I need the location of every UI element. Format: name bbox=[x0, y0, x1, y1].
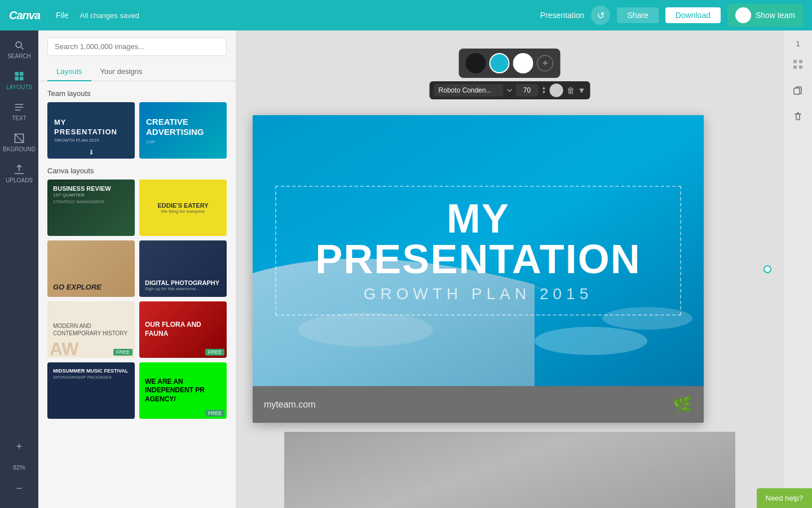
svg-rect-10 bbox=[793, 65, 797, 69]
layouts-icon bbox=[14, 71, 25, 82]
business-title: BUSINESS REVIEW bbox=[53, 185, 129, 192]
team-card-title-2: CREATIVE ADVERTISING bbox=[146, 117, 220, 137]
presentation-type-label: Presentation bbox=[540, 11, 585, 20]
svg-rect-11 bbox=[799, 65, 802, 69]
team-layout-card-creative[interactable]: CREATIVE ADVERTISING CAP bbox=[139, 102, 227, 159]
canva-layout-agency[interactable]: WE ARE AN INDEPENDENT PR AGENCY/ FREE bbox=[139, 362, 227, 419]
font-family-select[interactable]: Roboto Conden... bbox=[434, 84, 504, 97]
business-subtitle: 1ST QUARTER bbox=[53, 192, 129, 198]
search-box bbox=[38, 30, 236, 63]
right-controls: 1 bbox=[784, 30, 812, 508]
flora-title: OUR FLORA AND FAUNA bbox=[145, 321, 221, 338]
slide-2-image bbox=[284, 432, 735, 508]
tab-your-designs[interactable]: Your designs bbox=[91, 63, 152, 81]
explore-title: GO EXPLORE bbox=[53, 283, 129, 291]
slide-2-preview[interactable] bbox=[284, 432, 735, 508]
left-panel: Layouts Your designs Team layouts MY PRE… bbox=[38, 30, 236, 508]
font-size-input[interactable]: 70 bbox=[516, 84, 539, 97]
team-layouts-grid: MY PRESENTATION GROWTH PLAN 2015 ⬇ CREAT… bbox=[38, 102, 236, 159]
photo-title: DIGITAL PHOTOGRAPHY bbox=[145, 279, 221, 286]
agency-title: WE ARE AN INDEPENDENT PR AGENCY/ bbox=[145, 378, 221, 404]
layout-tabs: Layouts Your designs bbox=[38, 63, 236, 81]
text-icon bbox=[14, 102, 25, 113]
search-icon bbox=[14, 40, 25, 51]
slide-number: 1 bbox=[796, 40, 800, 48]
team-card-subtitle-2: CAP bbox=[146, 139, 220, 144]
sidebar-text-label: TEXT bbox=[12, 115, 27, 121]
color-swatch-black[interactable] bbox=[466, 53, 486, 73]
sidebar-uploads-label: UPLOADS bbox=[6, 177, 33, 183]
zoom-level-label: 82% bbox=[13, 464, 25, 471]
slide-1-wrapper: MY PRESENTATION GROWTH PLAN 2015 myteam.… bbox=[253, 115, 767, 423]
slide-background: MY PRESENTATION GROWTH PLAN 2015 bbox=[253, 115, 704, 386]
need-help-button[interactable]: Need help? bbox=[757, 488, 813, 508]
tab-layouts[interactable]: Layouts bbox=[47, 63, 91, 81]
avatar bbox=[735, 7, 751, 23]
photo-subtitle: Sign up for this awesome... bbox=[145, 286, 221, 291]
top-nav: Canva File All changes saved Presentatio… bbox=[0, 0, 812, 30]
search-input[interactable] bbox=[47, 37, 227, 56]
svg-rect-0 bbox=[15, 72, 19, 76]
resize-handle[interactable] bbox=[764, 265, 771, 273]
delete-slide-button[interactable] bbox=[791, 109, 805, 126]
slide-footer-url: myteam.com bbox=[264, 400, 316, 410]
zoom-controls: + 82% − bbox=[11, 438, 28, 497]
zoom-in-button[interactable]: + bbox=[11, 438, 28, 455]
sidebar-item-search[interactable]: SEARCH bbox=[2, 35, 36, 64]
history-free-badge: FREE bbox=[113, 349, 133, 356]
file-menu-button[interactable]: File bbox=[51, 8, 73, 22]
share-button[interactable]: Share bbox=[617, 7, 658, 23]
slide-text-selection[interactable]: MY PRESENTATION GROWTH PLAN 2015 bbox=[275, 186, 681, 316]
svg-rect-8 bbox=[793, 60, 797, 63]
leaf-icon: 🌿 bbox=[673, 395, 692, 414]
font-size-arrows: ▲ ▼ bbox=[542, 86, 546, 95]
color-add-button[interactable]: + bbox=[537, 55, 554, 72]
canva-layout-eatery[interactable]: EDDIE'S EATERY the thing for everyone bbox=[139, 179, 227, 236]
grid-view-button[interactable] bbox=[791, 57, 805, 74]
sidebar-background-label: BKGROUND bbox=[3, 146, 36, 152]
download-button[interactable]: Download bbox=[665, 7, 721, 23]
canva-layouts-title: Canva layouts bbox=[38, 159, 236, 179]
business-desc: STRATEGIC MANAGEMENT bbox=[53, 200, 129, 204]
canva-layout-business[interactable]: BUSINESS REVIEW 1ST QUARTER STRATEGIC MA… bbox=[47, 179, 135, 236]
sidebar-item-layouts[interactable]: LAYOUTS bbox=[2, 66, 36, 95]
history-watermark: AW bbox=[50, 340, 79, 358]
show-team-label: Show team bbox=[756, 11, 795, 20]
canva-layouts-grid: BUSINESS REVIEW 1ST QUARTER STRATEGIC MA… bbox=[38, 179, 236, 419]
duplicate-icon bbox=[793, 85, 803, 95]
sidebar-item-text[interactable]: TEXT bbox=[2, 97, 36, 126]
duplicate-slide-button[interactable] bbox=[791, 83, 805, 100]
team-layout-card-my-presentation[interactable]: MY PRESENTATION GROWTH PLAN 2015 ⬇ bbox=[47, 102, 135, 159]
left-icon-bar: SEARCH LAYOUTS TEXT BKGROUND UPLOADS + 8… bbox=[0, 30, 38, 508]
more-options-button[interactable]: ▼ bbox=[578, 86, 586, 95]
team-card-subtitle-1: GROWTH PLAN 2015 bbox=[54, 138, 128, 143]
team-layouts-title: Team layouts bbox=[38, 81, 236, 102]
color-swatch-white[interactable] bbox=[513, 53, 533, 73]
download-icon-1: ⬇ bbox=[89, 148, 94, 156]
midsummer-title: MIDSUMMER MUSIC FESTIVAL bbox=[53, 368, 129, 375]
sidebar-item-background[interactable]: BKGROUND bbox=[2, 128, 36, 157]
text-color-picker[interactable] bbox=[550, 84, 563, 97]
canva-layout-explore[interactable]: GO EXPLORE bbox=[47, 240, 135, 297]
delete-button[interactable]: 🗑 bbox=[567, 86, 575, 95]
flora-free-badge: FREE bbox=[205, 349, 224, 356]
show-team-button[interactable]: Show team bbox=[727, 4, 803, 27]
canva-layout-history[interactable]: MODERN AND CONTEMPORARY HISTORY AW FREE bbox=[47, 301, 135, 358]
undo-icon: ↺ bbox=[597, 10, 604, 21]
sidebar-item-uploads[interactable]: UPLOADS bbox=[2, 159, 36, 188]
background-icon bbox=[14, 133, 25, 144]
trash-icon bbox=[793, 111, 803, 121]
zoom-out-button[interactable]: − bbox=[11, 480, 28, 497]
canva-layout-midsummer[interactable]: MIDSUMMER MUSIC FESTIVAL SPONSORSHIP PAC… bbox=[47, 362, 135, 419]
svg-rect-3 bbox=[20, 77, 24, 81]
slide-1[interactable]: MY PRESENTATION GROWTH PLAN 2015 myteam.… bbox=[253, 115, 704, 423]
undo-button[interactable]: ↺ bbox=[591, 6, 610, 25]
font-size-down-button[interactable]: ▼ bbox=[542, 90, 546, 95]
grid-icon bbox=[793, 59, 803, 69]
canva-layout-photography[interactable]: DIGITAL PHOTOGRAPHY Sign up for this awe… bbox=[139, 240, 227, 297]
color-swatch-teal[interactable] bbox=[489, 53, 510, 73]
canva-layout-flora[interactable]: OUR FLORA AND FAUNA FREE bbox=[139, 301, 227, 358]
svg-rect-9 bbox=[799, 60, 802, 63]
sidebar-search-label: SEARCH bbox=[7, 53, 31, 59]
canvas-area: + Roboto Conden... 70 ▲ ▼ 🗑 ▼ bbox=[236, 30, 784, 508]
